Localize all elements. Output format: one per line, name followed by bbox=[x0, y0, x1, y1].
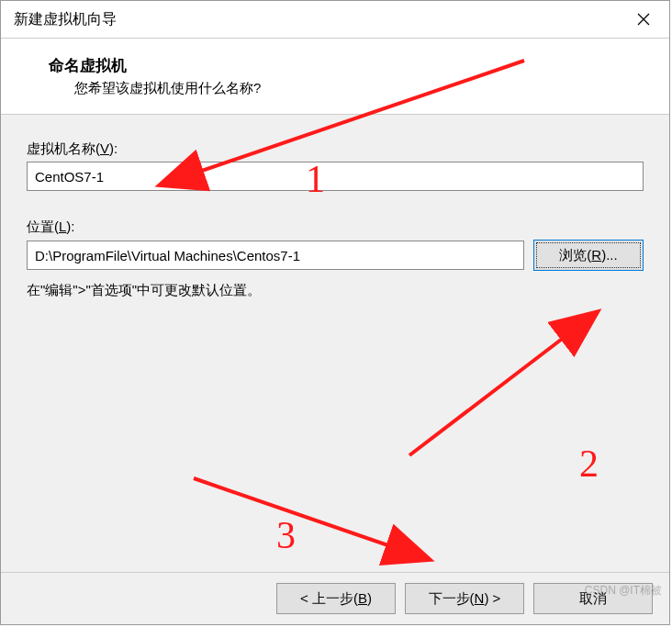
browse-button[interactable]: 浏览(R)... bbox=[533, 240, 644, 271]
close-button[interactable] bbox=[625, 1, 662, 38]
header-subtitle: 您希望该虚拟机使用什么名称? bbox=[49, 80, 651, 97]
back-button[interactable]: < 上一步(B) bbox=[276, 583, 396, 614]
annotation-number-2: 2 bbox=[579, 442, 599, 486]
close-icon bbox=[637, 13, 650, 26]
location-row: 浏览(R)... bbox=[27, 240, 644, 271]
vm-name-row bbox=[27, 162, 644, 191]
wizard-header: 命名虚拟机 您希望该虚拟机使用什么名称? bbox=[1, 39, 669, 115]
wizard-window: 新建虚拟机向导 命名虚拟机 您希望该虚拟机使用什么名称? 虚拟机名称(V): 位… bbox=[0, 0, 670, 625]
location-input[interactable] bbox=[27, 241, 524, 270]
header-title: 命名虚拟机 bbox=[49, 55, 651, 76]
next-button[interactable]: 下一步(N) > bbox=[405, 583, 524, 614]
vm-name-input[interactable] bbox=[27, 162, 644, 191]
wizard-footer: < 上一步(B) 下一步(N) > 取消 bbox=[1, 572, 669, 624]
window-title: 新建虚拟机向导 bbox=[14, 10, 117, 29]
watermark: CSDN @IT棉被 bbox=[585, 583, 662, 599]
wizard-body: 虚拟机名称(V): 位置(L): 浏览(R)... 在"编辑">"首选项"中可更… bbox=[1, 115, 669, 546]
location-hint: 在"编辑">"首选项"中可更改默认位置。 bbox=[27, 282, 644, 299]
location-label: 位置(L): bbox=[27, 218, 644, 236]
title-bar: 新建虚拟机向导 bbox=[1, 1, 669, 39]
annotation-number-3: 3 bbox=[276, 513, 296, 557]
annotation-number-1: 1 bbox=[306, 157, 325, 201]
vm-name-label: 虚拟机名称(V): bbox=[27, 140, 644, 158]
